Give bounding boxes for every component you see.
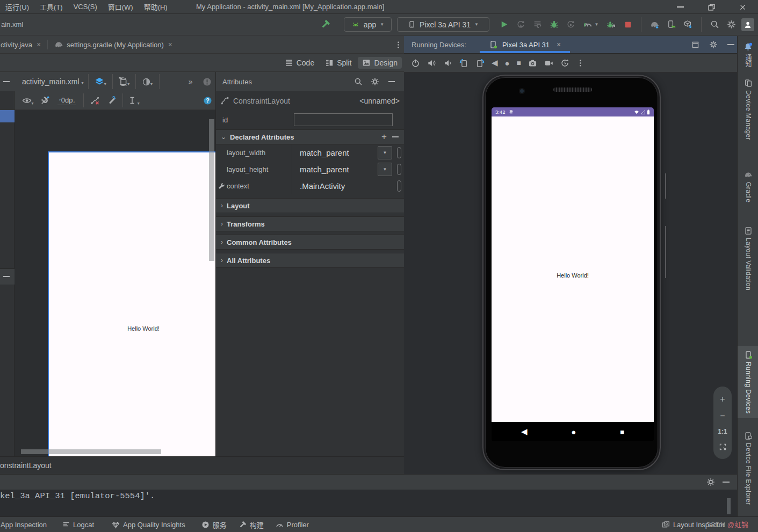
design-surface-select[interactable]: ▼ [92, 74, 109, 90]
panel-minimize-icon[interactable] [727, 44, 734, 45]
close-tab-icon[interactable]: × [37, 40, 41, 49]
autoconnect-toggle[interactable] [37, 92, 53, 109]
section-common-attributes[interactable]: ›Common Attributes [216, 235, 404, 250]
profiler-button[interactable]: ▼ [579, 16, 603, 33]
device-select[interactable]: Pixel 3a API 31 ▼ [397, 17, 489, 32]
section-all-attributes[interactable]: ›All Attributes [216, 253, 404, 268]
close-tab-icon[interactable]: × [557, 40, 561, 49]
layout-canvas[interactable]: Hello World! [48, 151, 215, 456]
build-hammer-button[interactable] [317, 16, 334, 33]
run-config-select[interactable]: app ▼ [344, 17, 392, 32]
volume-down-button[interactable] [443, 59, 452, 68]
menu-window[interactable]: 窗口(W) [103, 2, 139, 12]
section-layout[interactable]: ›Layout [216, 198, 404, 213]
sync-gradle-button[interactable] [646, 16, 663, 33]
close-tab-icon[interactable]: × [168, 40, 172, 49]
dropdown-button[interactable]: ▼ [378, 146, 392, 159]
section-transforms[interactable]: ›Transforms [216, 216, 404, 231]
stripe-tab-running-devices[interactable]: Running Devices [738, 346, 758, 418]
mode-split-button[interactable]: Split [321, 57, 356, 69]
zoom-fit-button[interactable] [719, 443, 727, 451]
screenshot-button[interactable] [528, 59, 537, 68]
palette-minimize-icon[interactable] [3, 81, 10, 82]
stripe-tab-device-manager[interactable]: Device Manager [738, 79, 758, 140]
add-attribute-icon[interactable]: + [381, 133, 387, 141]
infer-constraints-button[interactable] [103, 92, 120, 109]
float-window-icon[interactable] [691, 41, 699, 49]
default-margin-select[interactable]: ⌜0dp⌟ [57, 96, 76, 105]
rotate-left-button[interactable] [459, 59, 468, 68]
orientation-select[interactable]: ▼ [116, 74, 132, 90]
debug-button[interactable] [546, 16, 562, 33]
flag-toggle[interactable] [397, 147, 401, 158]
toolbtn-profiler[interactable]: Profiler [276, 521, 309, 529]
view-options-select[interactable]: ▼ [20, 92, 37, 109]
device-power-button[interactable] [411, 59, 420, 68]
window-minimize-button[interactable] [665, 0, 696, 14]
device-back-button[interactable]: ◀ [492, 58, 498, 68]
log-scrollbar[interactable] [727, 498, 731, 514]
zoom-reset-button[interactable]: 1:1 [718, 428, 727, 435]
log-gear-icon[interactable] [706, 478, 715, 486]
tab-options-icon[interactable] [394, 41, 402, 49]
selected-component-row[interactable]: ConstraintLayout <unnamed> [216, 91, 404, 110]
overflow-chevrons-icon[interactable]: » [189, 77, 193, 86]
device-home-button[interactable]: ● [505, 59, 510, 68]
restart-activity-button[interactable] [512, 16, 529, 33]
design-surface[interactable]: Hello World! [15, 110, 215, 456]
volume-up-button[interactable] [427, 59, 436, 68]
menu-run[interactable]: 运行(U) [0, 2, 34, 12]
issues-icon[interactable] [199, 74, 215, 90]
theme-select[interactable]: ▼ [139, 74, 155, 90]
notifications-bell[interactable]: 通知 [738, 42, 758, 68]
stripe-tab-gradle[interactable]: Gradle [738, 171, 758, 202]
id-input[interactable] [294, 113, 393, 126]
zoom-in-button[interactable]: + [720, 395, 725, 404]
help-icon[interactable] [199, 92, 216, 109]
log-minimize-icon[interactable] [723, 482, 730, 483]
zoom-out-button[interactable]: − [720, 412, 725, 420]
palette-selected-item-sliver[interactable] [0, 110, 15, 122]
apply-restart-button[interactable] [562, 16, 579, 33]
attr-row-layout-height[interactable]: layout_height match_parent ▼ [216, 161, 404, 178]
toolbtn-build[interactable]: 构建 [239, 520, 264, 530]
stripe-tab-device-file-explorer[interactable]: Device File Explorer [738, 432, 758, 505]
running-device-tab[interactable]: Pixel 3a API 31 × [480, 36, 570, 53]
design-file-select[interactable]: activity_main.xml ▾ [22, 77, 84, 86]
snapshot-reset-button[interactable] [560, 59, 569, 68]
stripe-tab-layout-validation[interactable]: Layout Validation [738, 227, 758, 290]
device-manager-button[interactable] [663, 16, 680, 33]
mode-code-button[interactable]: Code [280, 57, 319, 69]
attributes-search-icon[interactable] [350, 74, 366, 90]
panel-gear-icon[interactable] [709, 40, 718, 49]
toolbtn-app-inspection[interactable]: App Inspection [1, 521, 47, 529]
component-tree-minimize-icon[interactable] [3, 276, 10, 277]
menu-tools[interactable]: 工具(T) [34, 2, 68, 12]
phone-screen[interactable]: 3:42 Hello World! ◀ ● ■ [492, 107, 654, 441]
menu-help[interactable]: 帮助(H) [139, 2, 173, 12]
screen-record-button[interactable] [544, 59, 553, 68]
pack-select[interactable]: ▼ [126, 92, 142, 109]
run-button[interactable] [496, 16, 512, 33]
window-close-button[interactable] [727, 0, 758, 14]
design-vertical-scrollbar[interactable] [209, 119, 214, 261]
toolbtn-app-quality-insights[interactable]: App Quality Insights [112, 521, 185, 529]
toolbtn-services[interactable]: 服务 [201, 520, 227, 530]
sdk-manager-button[interactable] [680, 16, 696, 33]
navbar-breadcrumb[interactable]: ain.xml [1, 20, 23, 28]
device-overview-button[interactable]: ■ [517, 59, 521, 67]
window-restore-button[interactable] [696, 0, 727, 14]
attr-row-context[interactable]: context .MainActivity [216, 178, 404, 194]
nav-home-button[interactable]: ● [571, 427, 576, 436]
profile-avatar[interactable] [741, 18, 754, 31]
nav-recents-button[interactable]: ■ [620, 428, 624, 436]
breadcrumb-component[interactable]: onstraintLayout [0, 461, 52, 470]
rotate-right-button[interactable] [475, 59, 485, 68]
flag-toggle[interactable] [397, 180, 401, 192]
menu-vcs[interactable]: VCS(S) [68, 3, 103, 11]
mode-design-button[interactable]: Design [358, 57, 402, 69]
search-everywhere-button[interactable] [706, 16, 723, 33]
declared-attributes-header[interactable]: ⌄ Declared Attributes + [216, 129, 404, 144]
attach-debugger-button[interactable] [603, 16, 619, 33]
tab-mainactivity-java[interactable]: ctivity.java × [0, 36, 45, 53]
